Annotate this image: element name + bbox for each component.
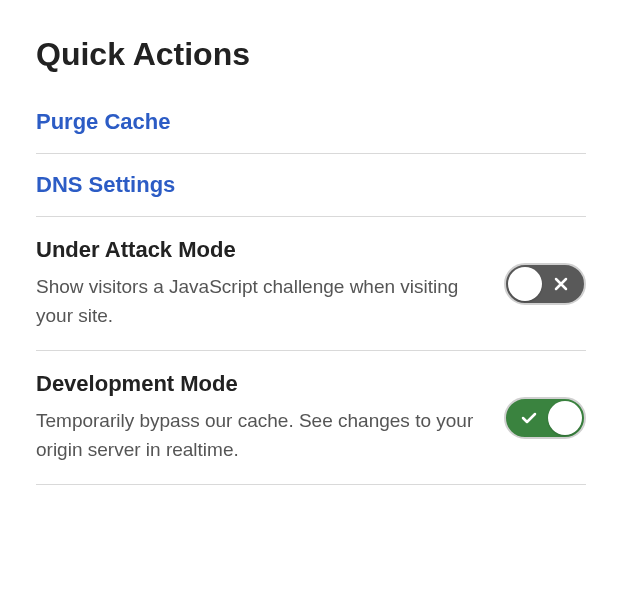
- x-icon: [552, 275, 570, 293]
- under-attack-title: Under Attack Mode: [36, 237, 480, 263]
- toggle-knob: [508, 267, 542, 301]
- toggle-knob: [548, 401, 582, 435]
- under-attack-toggle[interactable]: [504, 263, 586, 305]
- development-title: Development Mode: [36, 371, 480, 397]
- dns-settings-link[interactable]: DNS Settings: [36, 172, 175, 197]
- setting-text: Under Attack Mode Show visitors a JavaSc…: [36, 237, 480, 330]
- link-row-dns-settings: DNS Settings: [36, 154, 586, 217]
- setting-row-development: Development Mode Temporarily bypass our …: [36, 351, 586, 485]
- page-title: Quick Actions: [36, 36, 586, 73]
- under-attack-desc: Show visitors a JavaScript challenge whe…: [36, 273, 480, 330]
- check-icon: [520, 409, 538, 427]
- development-desc: Temporarily bypass our cache. See change…: [36, 407, 480, 464]
- setting-row-under-attack: Under Attack Mode Show visitors a JavaSc…: [36, 217, 586, 351]
- link-row-purge-cache: Purge Cache: [36, 109, 586, 154]
- purge-cache-link[interactable]: Purge Cache: [36, 109, 171, 134]
- setting-text: Development Mode Temporarily bypass our …: [36, 371, 480, 464]
- development-toggle[interactable]: [504, 397, 586, 439]
